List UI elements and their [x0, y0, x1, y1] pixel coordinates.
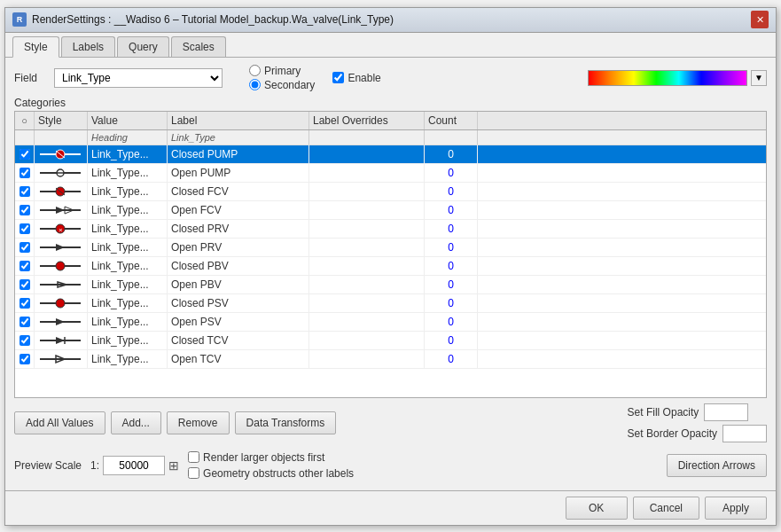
table-body: Link_Type... Closed PUMP 0 — [15, 145, 766, 397]
ok-button[interactable]: OK — [566, 497, 628, 520]
scale-prefix: 1: — [90, 459, 99, 472]
row-4-check[interactable] — [15, 220, 35, 238]
row-0-overrides — [309, 145, 425, 163]
table-row[interactable]: Link_Type... Open FCV 0 — [15, 201, 766, 220]
tab-scales[interactable]: Scales — [171, 36, 226, 57]
field-label: Field — [14, 72, 45, 84]
row-1-overrides — [309, 164, 425, 182]
categories-label: Categories — [14, 97, 767, 109]
col-header-style: Style — [35, 112, 88, 129]
table-subheader: Heading Link_Type — [15, 130, 766, 145]
row-0-style — [35, 145, 88, 163]
row-6-check[interactable] — [15, 257, 35, 275]
close-button[interactable]: ✕ — [751, 11, 769, 28]
subh-0 — [15, 130, 35, 145]
row-0-check[interactable] — [15, 145, 35, 163]
row-2-overrides — [309, 183, 425, 200]
secondary-radio[interactable] — [249, 79, 261, 90]
row-11-value: Link_Type... — [88, 350, 168, 368]
radio-primary[interactable]: Primary — [249, 65, 315, 77]
data-transforms-button[interactable]: Data Transforms — [235, 411, 337, 434]
row-10-label: Closed TCV — [168, 332, 309, 349]
enable-row[interactable]: Enable — [332, 72, 380, 84]
row-7-count: 0 — [425, 276, 478, 293]
table-row[interactable]: Link_Type... Closed FCV 0 — [15, 183, 766, 201]
border-opacity-label: Set Border Opacity — [628, 427, 717, 440]
row-2-check[interactable] — [15, 183, 35, 200]
row-2-count: 0 — [425, 183, 478, 200]
action-buttons-row: Add All Values Add... Remove Data Transf… — [14, 403, 767, 442]
main-window: R RenderSettings : __Wadiso 6 – Tutorial… — [4, 7, 777, 526]
field-row: Field Link_Type Primary Secondary Enable — [14, 65, 767, 91]
row-2-value: Link_Type... — [88, 183, 168, 200]
fill-opacity-input[interactable] — [704, 403, 748, 421]
table-row[interactable]: Link_Type... Closed PUMP 0 — [15, 145, 766, 164]
title-bar-left: R RenderSettings : __Wadiso 6 – Tutorial… — [12, 12, 394, 27]
border-opacity-row: Set Border Opacity — [628, 425, 767, 442]
table-row[interactable]: Link_Type... Open TCV 0 — [15, 350, 766, 369]
add-button[interactable]: Add... — [111, 411, 161, 434]
row-4-value: Link_Type... — [88, 220, 168, 238]
row-5-label: Open PRV — [168, 239, 309, 256]
row-3-overrides — [309, 201, 425, 219]
svg-point-18 — [56, 262, 65, 270]
row-7-style — [35, 276, 88, 293]
row-10-check[interactable] — [15, 332, 35, 349]
table-row[interactable]: × Link_Type... Closed PRV 0 — [15, 220, 766, 239]
row-5-check[interactable] — [15, 239, 35, 256]
row-5-count: 0 — [425, 239, 478, 256]
row-10-count: 0 — [425, 332, 478, 349]
geometry-obstructs-row[interactable]: Geometry obstructs other labels — [188, 467, 354, 480]
table-row[interactable]: Link_Type... Open PBV 0 — [15, 276, 766, 294]
row-1-check[interactable] — [15, 164, 35, 182]
row-0-value: Link_Type... — [88, 145, 168, 163]
table-row[interactable]: Link_Type... Open PSV 0 — [15, 313, 766, 332]
row-3-check[interactable] — [15, 201, 35, 219]
radio-secondary[interactable]: Secondary — [249, 79, 315, 91]
row-3-count: 0 — [425, 201, 478, 219]
subh-4 — [309, 130, 425, 145]
enable-checkbox[interactable] — [332, 72, 344, 83]
tab-style[interactable]: Style — [12, 36, 59, 58]
bottom-section: Preview Scale 1: ⊞ Render larger objects… — [14, 448, 767, 483]
subh-1 — [35, 130, 88, 145]
remove-button[interactable]: Remove — [167, 411, 230, 434]
svg-marker-10 — [56, 207, 65, 214]
table-row[interactable]: Link_Type... Open PRV 0 — [15, 239, 766, 257]
border-opacity-input[interactable] — [722, 425, 767, 442]
primary-radio[interactable] — [249, 65, 261, 76]
row-5-style — [35, 239, 88, 256]
row-11-label: Open TCV — [168, 350, 309, 368]
cancel-button[interactable]: Cancel — [633, 497, 699, 520]
table-row[interactable]: Link_Type... Closed TCV 0 — [15, 332, 766, 350]
scale-input[interactable] — [103, 456, 165, 475]
table-row[interactable]: Link_Type... Closed PSV 0 — [15, 294, 766, 313]
row-7-check[interactable] — [15, 276, 35, 293]
row-10-value: Link_Type... — [88, 332, 168, 349]
row-9-label: Open PSV — [168, 313, 309, 331]
row-10-style — [35, 332, 88, 349]
row-8-value: Link_Type... — [88, 294, 168, 312]
tab-labels[interactable]: Labels — [61, 36, 115, 57]
row-9-check[interactable] — [15, 313, 35, 331]
col-header-count: Count — [425, 112, 478, 129]
row-11-check[interactable] — [15, 350, 35, 368]
row-11-style — [35, 350, 88, 368]
field-select[interactable]: Link_Type — [54, 68, 223, 88]
render-larger-row[interactable]: Render larger objects first — [188, 451, 354, 464]
row-8-check[interactable] — [15, 294, 35, 312]
table-row[interactable]: Link_Type... Open PUMP 0 — [15, 164, 766, 183]
apply-button[interactable]: Apply — [705, 497, 767, 520]
render-larger-checkbox[interactable] — [188, 451, 199, 463]
add-all-values-button[interactable]: Add All Values — [14, 411, 105, 434]
categories-container: Categories ○ Style Value Label Label Ove… — [14, 97, 767, 398]
title-bar: R RenderSettings : __Wadiso 6 – Tutorial… — [5, 8, 776, 33]
row-3-style — [35, 201, 88, 219]
colorbar-dropdown-button[interactable]: ▼ — [751, 70, 767, 86]
geometry-obstructs-checkbox[interactable] — [188, 467, 199, 479]
direction-arrows-button[interactable]: Direction Arrows — [667, 454, 767, 477]
tab-query[interactable]: Query — [117, 36, 169, 57]
table-row[interactable]: Link_Type... Closed PBV 0 — [15, 257, 766, 276]
col-header-value: Value — [88, 112, 168, 129]
row-7-label: Open PBV — [168, 276, 309, 293]
